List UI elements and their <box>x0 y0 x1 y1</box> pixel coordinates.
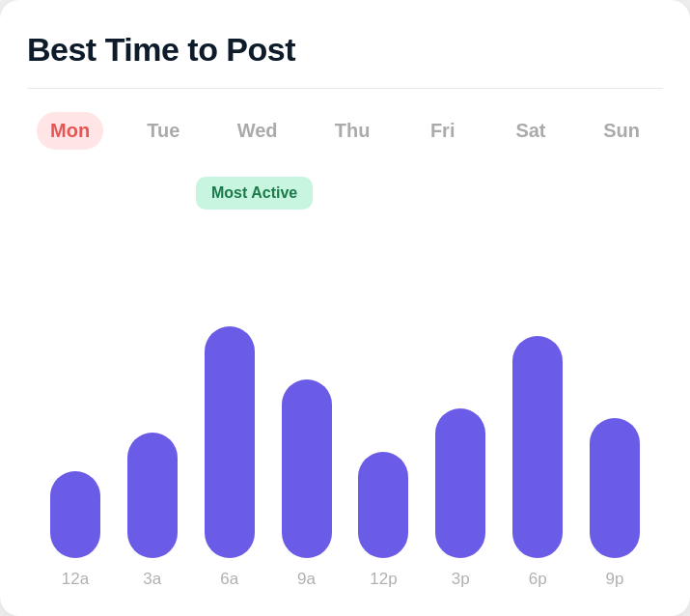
days-row: MonTueWedThuFriSatSun <box>27 112 663 150</box>
bar-9p <box>590 418 640 558</box>
bar-12a <box>50 471 100 558</box>
day-tab-wed[interactable]: Wed <box>224 112 291 150</box>
day-tab-sun[interactable]: Sun <box>590 112 653 150</box>
page-title: Best Time to Post <box>27 31 663 69</box>
day-tab-fri[interactable]: Fri <box>414 112 472 150</box>
bar-3p <box>435 408 485 558</box>
day-tab-mon[interactable]: Mon <box>37 112 103 150</box>
divider <box>27 88 663 89</box>
bar-6a <box>205 326 255 558</box>
bar-wrapper-3p <box>422 408 499 558</box>
chart-area: Most Active 12a3a6a9a12p3p6p9p <box>27 177 663 589</box>
bar-wrapper-12a <box>37 471 114 558</box>
time-labels: 12a3a6a9a12p3p6p9p <box>27 558 663 589</box>
card: Best Time to Post MonTueWedThuFriSatSun … <box>0 0 690 616</box>
bar-3a <box>127 433 178 558</box>
time-label-9a: 9a <box>268 570 345 589</box>
time-label-3p: 3p <box>422 570 499 589</box>
bar-wrapper-3a <box>114 433 191 558</box>
bar-wrapper-6a <box>191 326 268 558</box>
day-tab-tue[interactable]: Tue <box>133 112 193 150</box>
bar-6p <box>512 336 563 558</box>
time-label-12p: 12p <box>345 570 423 589</box>
day-tab-thu[interactable]: Thu <box>321 112 384 150</box>
bar-wrapper-9p <box>576 418 653 558</box>
time-label-3a: 3a <box>114 570 191 589</box>
time-label-6a: 6a <box>191 570 268 589</box>
day-tab-sat[interactable]: Sat <box>502 112 560 150</box>
time-label-9p: 9p <box>576 570 653 589</box>
bar-wrapper-6p <box>499 336 576 558</box>
bar-wrapper-12p <box>345 452 423 558</box>
time-label-6p: 6p <box>499 570 576 589</box>
bar-9a <box>282 379 332 558</box>
bars-container <box>27 259 663 558</box>
time-label-12a: 12a <box>37 570 114 589</box>
most-active-label: Most Active <box>196 177 313 210</box>
bar-wrapper-9a <box>268 379 345 558</box>
bar-12p <box>358 452 408 558</box>
